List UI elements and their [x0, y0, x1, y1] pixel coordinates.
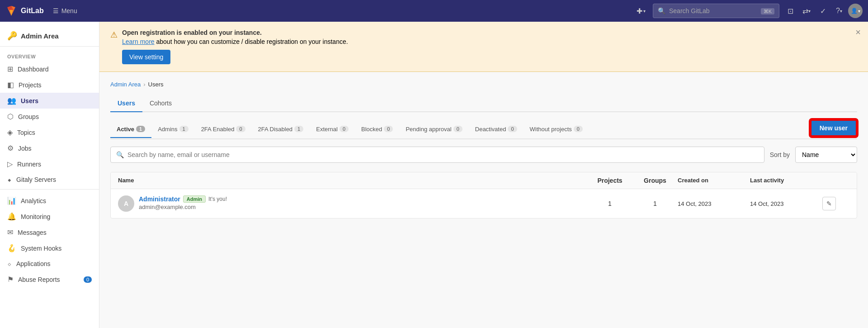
alert-title: Open registration is enabled on your ins… — [122, 29, 857, 36]
page-content: Admin Area › Users Users Cohorts Active … — [99, 72, 868, 228]
user-edit-button[interactable]: ✎ — [822, 197, 836, 210]
avatar-chevron: ▾ — [858, 9, 860, 14]
filter-tab-active[interactable]: Active 1 — [110, 121, 151, 138]
alert-content: Open registration is enabled on your ins… — [122, 29, 857, 64]
navbar-icons: ⊡ ⇄ ▾ ✓ ? ▾ 👤 ▾ — [783, 4, 863, 18]
abuse-badge: 0 — [84, 276, 92, 283]
page-tabs: Users Cohorts — [110, 95, 857, 112]
tab-users[interactable]: Users — [110, 95, 142, 112]
sidebar-header: 🔑 Admin Area — [0, 27, 99, 47]
gitaly-icon: ⬥ — [7, 176, 12, 184]
breadcrumb-parent-link[interactable]: Admin Area — [110, 81, 141, 88]
issues-button[interactable]: ⊡ — [783, 4, 797, 18]
breadcrumb-separator: › — [143, 81, 145, 88]
search-box[interactable]: 🔍 — [110, 147, 764, 163]
new-user-button[interactable]: New user — [810, 119, 857, 137]
sidebar-item-label: Abuse Reports — [18, 276, 60, 283]
filter-tab-pending[interactable]: Pending approval 0 — [399, 121, 468, 138]
user-avatar[interactable]: 👤 ▾ — [848, 4, 863, 18]
overview-section-label: Overview — [0, 50, 99, 61]
filter-tab-admins[interactable]: Admins 1 — [151, 121, 194, 138]
sidebar-item-dashboard[interactable]: ⊞ Dashboard — [0, 61, 99, 77]
filter-tabs-row: Active 1 Admins 1 2FA Enabled 0 2FA Disa… — [110, 119, 857, 139]
create-button[interactable]: ✚ ▾ — [633, 4, 649, 18]
filter-tab-without-projects-label: Without projects — [530, 126, 572, 133]
applications-icon: ⬦ — [7, 260, 12, 268]
tab-cohorts[interactable]: Cohorts — [142, 95, 179, 112]
runners-icon: ▷ — [7, 160, 13, 168]
sidebar-item-users[interactable]: 👥 Users — [0, 93, 99, 109]
sidebar-item-analytics[interactable]: 📊 Analytics — [0, 193, 99, 209]
filter-tab-external[interactable]: External 0 — [310, 121, 355, 138]
sidebar-item-label: Messages — [18, 229, 47, 236]
filter-tab-without-projects[interactable]: Without projects 0 — [524, 121, 589, 138]
plus-icon: ✚ — [637, 7, 642, 15]
search-icon: 🔍 — [116, 151, 124, 158]
search-sort-row: 🔍 Sort by Name Recent sign-in Oldest sig… — [110, 147, 857, 163]
gitlab-logo[interactable]: GitLab — [5, 5, 44, 17]
sidebar-item-groups[interactable]: ⬡ Groups — [0, 109, 99, 124]
admin-icon: 🔑 — [7, 31, 17, 41]
sidebar-item-applications[interactable]: ⬦ Applications — [0, 256, 99, 271]
filter-tab-active-label: Active — [117, 126, 134, 133]
sidebar-item-jobs[interactable]: ⚙ Jobs — [0, 140, 99, 156]
user-email: admin@example.com — [139, 204, 227, 210]
user-actions: ✎ — [822, 197, 849, 210]
monitoring-icon: 🔔 — [7, 212, 16, 221]
filter-tab-2fa-disabled-label: 2FA Disabled — [258, 126, 293, 133]
sidebar-item-projects[interactable]: ◧ Projects — [0, 77, 99, 93]
sidebar-item-messages[interactable]: ✉ Messages — [0, 224, 99, 240]
sidebar-item-topics[interactable]: ◈ Topics — [0, 124, 99, 140]
alert-close-button[interactable]: × — [855, 27, 861, 38]
sidebar-item-gitaly[interactable]: ⬥ Gitaly Servers — [0, 172, 99, 187]
user-cell: A Administrator Admin It's you! admin@ex… — [118, 195, 587, 212]
sidebar-item-runners[interactable]: ▷ Runners — [0, 156, 99, 172]
sidebar-item-label: Users — [21, 97, 38, 105]
filter-tab-admins-label: Admins — [158, 126, 177, 133]
alert-banner: ⚠ Open registration is enabled on your i… — [99, 22, 868, 72]
navbar: GitLab ☰ Menu ✚ ▾ 🔍 Search GitLab ⌘K ⊡ ⇄… — [0, 0, 868, 22]
filter-tab-2fa-enabled-count: 0 — [236, 126, 245, 132]
search-icon: 🔍 — [658, 7, 665, 14]
users-icon: 👥 — [7, 96, 16, 105]
sidebar-item-label: Jobs — [18, 145, 32, 152]
sidebar-item-label: Runners — [17, 161, 41, 168]
sidebar-item-label: Applications — [16, 260, 51, 267]
filter-tab-blocked[interactable]: Blocked 0 — [355, 121, 399, 138]
view-setting-button[interactable]: View setting — [122, 50, 170, 64]
user-name-link[interactable]: Administrator — [139, 195, 180, 203]
user-badges: Administrator Admin It's you! — [139, 195, 227, 203]
alert-learn-more-link[interactable]: Learn more — [122, 38, 155, 45]
search-input[interactable] — [127, 151, 759, 158]
sidebar-item-label: Projects — [19, 81, 42, 89]
help-button[interactable]: ? ▾ — [832, 4, 846, 18]
filter-tab-deactivated[interactable]: Deactivated 0 — [469, 121, 524, 138]
projects-icon: ◧ — [7, 81, 14, 89]
admin-badge: Admin — [183, 195, 206, 203]
table-header: Name Projects Groups Created on Last act… — [111, 172, 857, 189]
jobs-icon: ⚙ — [7, 144, 14, 152]
filter-tab-2fa-enabled[interactable]: 2FA Enabled 0 — [195, 121, 252, 138]
avatar-icon: 👤 — [851, 8, 858, 14]
menu-button[interactable]: ☰ Menu — [49, 5, 81, 16]
tab-cohorts-label: Cohorts — [150, 100, 172, 107]
sort-select[interactable]: Name Recent sign-in Oldest sign-in Recen… — [795, 147, 857, 163]
sidebar-item-hooks[interactable]: 🪝 System Hooks — [0, 240, 99, 256]
global-search[interactable]: 🔍 Search GitLab ⌘K — [653, 4, 779, 18]
sort-label: Sort by — [770, 151, 790, 158]
sidebar-item-abuse[interactable]: ⚑ Abuse Reports 0 — [0, 271, 99, 287]
sidebar-item-monitoring[interactable]: 🔔 Monitoring — [0, 209, 99, 224]
alert-desc-suffix: about how you can customize / disable re… — [156, 38, 348, 45]
merge-requests-button[interactable]: ⇄ ▾ — [799, 4, 814, 18]
breadcrumb-current: Users — [148, 81, 164, 88]
filter-tab-2fa-disabled[interactable]: 2FA Disabled 1 — [252, 121, 310, 138]
sidebar-item-label: Groups — [18, 113, 39, 120]
filter-tab-without-projects-count: 0 — [574, 126, 583, 132]
user-last-activity: 14 Oct, 2023 — [750, 200, 822, 207]
sidebar-item-label: Dashboard — [18, 66, 49, 73]
user-groups: 1 — [632, 200, 678, 207]
groups-icon: ⬡ — [7, 112, 14, 121]
user-projects: 1 — [587, 200, 632, 207]
sidebar: 🔑 Admin Area Overview ⊞ Dashboard ◧ Proj… — [0, 22, 99, 328]
todos-button[interactable]: ✓ — [816, 4, 830, 18]
